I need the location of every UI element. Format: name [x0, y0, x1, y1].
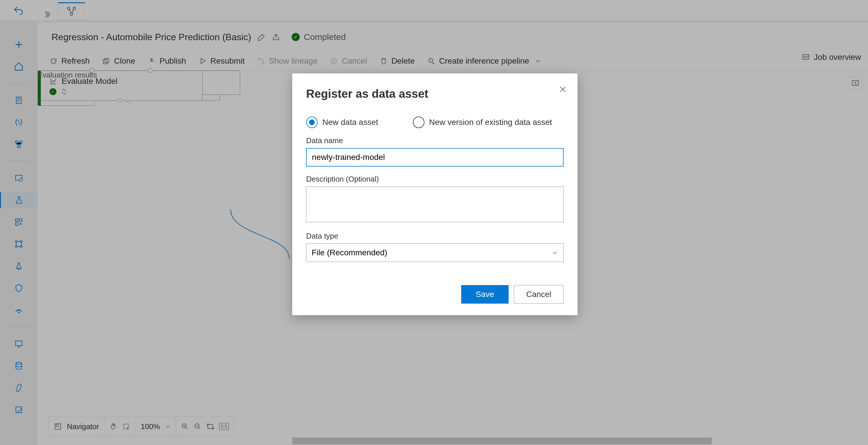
description-input[interactable]: [306, 187, 564, 222]
radio-new-version-existing[interactable]: New version of existing data asset: [413, 117, 552, 128]
radio-circle-icon: [413, 117, 425, 128]
radio-circle-icon: [306, 117, 318, 128]
chevron-down-icon: [552, 250, 558, 256]
data-type-label: Data type: [306, 232, 564, 241]
data-type-select[interactable]: File (Recommended): [306, 244, 564, 262]
data-name-input[interactable]: [306, 148, 564, 166]
register-data-asset-dialog: Register as data asset New data asset Ne…: [292, 73, 578, 315]
close-icon[interactable]: [558, 85, 567, 94]
data-name-label: Data name: [306, 136, 564, 145]
dialog-title: Register as data asset: [306, 87, 564, 100]
description-label: Description (Optional): [306, 174, 564, 184]
radio-new-data-asset[interactable]: New data asset: [306, 117, 378, 128]
save-button[interactable]: Save: [461, 285, 509, 304]
cancel-dialog-button[interactable]: Cancel: [514, 285, 564, 304]
